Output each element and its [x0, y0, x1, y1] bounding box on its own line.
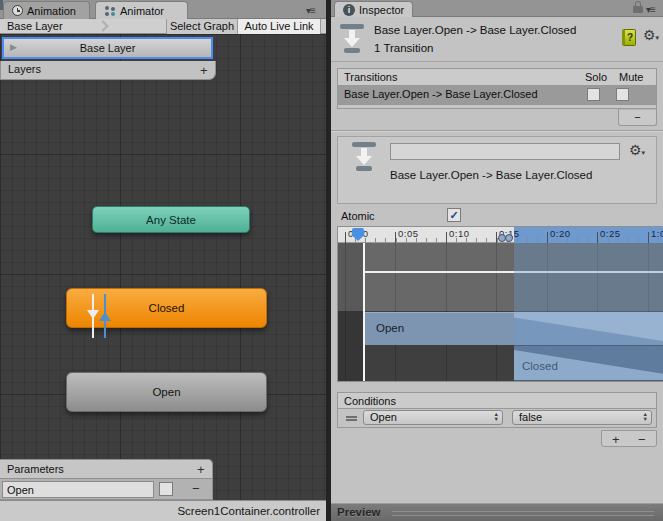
layer-item-label: Base Layer: [80, 42, 136, 54]
transition-list-row-selected[interactable]: Base Layer.Open -> Base Layer.Closed: [337, 86, 657, 105]
atomic-checkbox[interactable]: ✓: [447, 208, 461, 222]
tick-label: 0:25: [600, 228, 621, 239]
tick-mark: [345, 232, 346, 243]
add-condition-button[interactable]: +: [612, 433, 620, 446]
animator-panel: Animation Animator ▾≡ Base Layer Select …: [0, 0, 326, 521]
info-icon: i: [343, 4, 355, 16]
solo-column-label: Solo: [585, 69, 607, 85]
timeline-ruler[interactable]: 0:00 0:05 0:10 0:15 0:20 0:25 1:00: [338, 227, 663, 243]
condition-value-dropdown[interactable]: false ▲▼: [512, 410, 652, 425]
breadcrumb[interactable]: Base Layer: [7, 20, 63, 33]
parameter-row: −: [0, 479, 213, 500]
breadcrumb-chevron-icon: [97, 20, 108, 31]
tab-inspector-label: Inspector: [359, 4, 404, 16]
conditions-add-remove-box: + −: [601, 430, 657, 447]
timeline-left-gutter: [338, 243, 364, 381]
mute-checkbox[interactable]: [616, 88, 629, 101]
tick-label: 0:20: [550, 228, 571, 239]
remove-parameter-button[interactable]: −: [192, 482, 200, 495]
tab-animator-label: Animator: [120, 5, 164, 17]
layers-header-label: Layers: [8, 63, 41, 75]
dropdown-arrows-icon: ▲▼: [643, 412, 648, 422]
preview-bar[interactable]: Preview: [331, 503, 663, 521]
tick-mark: [547, 232, 548, 243]
animator-tabbar: Animation Animator ▾≡: [0, 0, 326, 19]
transition-settings-gear-icon[interactable]: ⚙▾: [629, 143, 645, 157]
settings-gear-icon[interactable]: ⚙▾: [643, 28, 659, 42]
tab-animator[interactable]: Animator: [95, 1, 188, 19]
clock-icon: [12, 5, 23, 16]
parameters-header-label: Parameters: [7, 463, 64, 475]
tick-mark: [597, 232, 598, 243]
tick-label: 1:00: [651, 228, 663, 239]
tick-mark: [395, 232, 396, 243]
layers-header[interactable]: Layers +: [0, 61, 216, 80]
preview-drag-handle[interactable]: [392, 511, 654, 512]
condition-value: false: [519, 411, 542, 423]
transition-timeline[interactable]: Open Closed 0:00 0:05 0:10: [337, 226, 663, 382]
transition-arrow-up-icon[interactable]: [99, 312, 111, 321]
transitions-list-footer: [337, 105, 657, 109]
help-book-icon[interactable]: ?: [622, 29, 636, 46]
state-machine-graph[interactable]: Any State Closed Open: [0, 34, 326, 500]
transition-selection-overlay[interactable]: [514, 243, 663, 381]
dropdown-arrows-icon: ▲▼: [494, 412, 499, 422]
select-graph-button[interactable]: Select Graph: [166, 19, 237, 34]
transition-name-field[interactable]: [390, 143, 620, 160]
section-divider: [331, 130, 663, 132]
transitions-section-header: Transitions Solo Mute: [337, 68, 657, 86]
tab-animation-label: Animation: [27, 5, 76, 17]
transition-arrow-down-icon[interactable]: [87, 310, 99, 319]
unity-editor-window: Animation Animator ▾≡ Base Layer Select …: [0, 0, 663, 521]
parameters-header[interactable]: Parameters +: [0, 459, 213, 479]
solo-checkbox[interactable]: [587, 88, 600, 101]
transition-icon: [352, 142, 378, 172]
mute-column-label: Mute: [619, 69, 643, 85]
inspector-panel: i Inspector ▾≡ Base Layer.Open -> Base L…: [331, 0, 663, 521]
condition-parameter-value: Open: [370, 411, 397, 423]
playhead-line[interactable]: [363, 243, 365, 381]
layer-item-base-layer[interactable]: ▶ Base Layer: [2, 37, 213, 59]
transitions-title: Transitions: [344, 71, 397, 83]
tick-mark: [496, 232, 497, 243]
controller-status-bar: Screen1Container.controller: [0, 500, 326, 521]
tick-label: 0:05: [398, 228, 419, 239]
tab-animation[interactable]: Animation: [3, 1, 90, 19]
node-any-state[interactable]: Any State: [92, 206, 250, 233]
panel-menu-icon[interactable]: ▾≡: [306, 5, 315, 16]
inspector-title: Base Layer.Open -> Base Layer.Closed: [374, 24, 576, 36]
inspector-menu-icon[interactable]: ▾≡: [646, 4, 655, 15]
node-open[interactable]: Open: [66, 372, 267, 412]
auto-live-link-button[interactable]: Auto Live Link: [237, 19, 321, 34]
preview-drag-handle[interactable]: [392, 515, 654, 516]
inspector-tabbar: i Inspector ▾≡: [331, 0, 663, 17]
condition-drag-handle[interactable]: [346, 416, 357, 421]
transition-icon: [340, 24, 366, 54]
conditions-section-header: Conditions: [337, 392, 657, 409]
remove-transition-button[interactable]: −: [618, 109, 657, 126]
condition-parameter-dropdown[interactable]: Open ▲▼: [363, 410, 503, 425]
condition-row: Open ▲▼ false ▲▼: [337, 409, 657, 428]
transition-end-handle[interactable]: [505, 234, 513, 242]
parameter-bool-checkbox[interactable]: [159, 482, 173, 496]
track-open-label: Open: [376, 322, 404, 334]
inspector-subtitle: 1 Transition: [374, 42, 433, 54]
transition-row-label: Base Layer.Open -> Base Layer.Closed: [344, 88, 538, 100]
remove-condition-button[interactable]: −: [638, 433, 646, 446]
transition-detail-title: Base Layer.Open -> Base Layer.Closed: [390, 169, 592, 181]
add-layer-button[interactable]: +: [200, 64, 208, 77]
inspector-header: Base Layer.Open -> Base Layer.Closed 1 T…: [331, 17, 663, 62]
animator-toolbar: Base Layer Select Graph Auto Live Link: [0, 19, 326, 34]
tick-label: 0:10: [449, 228, 470, 239]
add-parameter-button[interactable]: +: [197, 463, 205, 476]
tick-mark: [446, 232, 447, 243]
tick-mark: [648, 232, 649, 243]
tab-inspector[interactable]: i Inspector: [334, 1, 413, 17]
foldout-triangle-icon[interactable]: ▶: [10, 42, 17, 52]
lock-icon[interactable]: [633, 6, 643, 13]
parameter-name-field[interactable]: [2, 481, 154, 498]
conditions-title: Conditions: [344, 395, 396, 407]
animator-icon: [104, 5, 116, 16]
node-closed[interactable]: Closed: [66, 288, 267, 328]
transition-detail-box: ⚙▾ Base Layer.Open -> Base Layer.Closed: [337, 136, 657, 204]
